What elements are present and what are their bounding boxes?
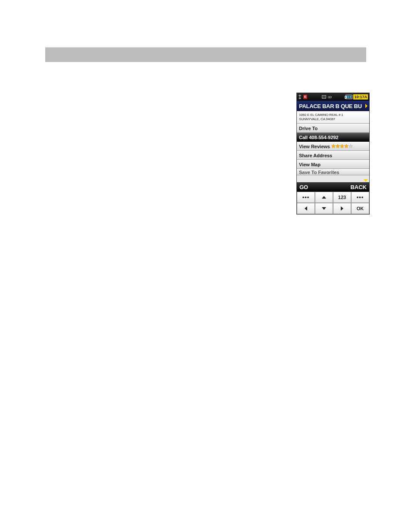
menu-save-label: Save To Favorites [299,170,339,175]
key-more-left[interactable]: ••• [297,192,315,203]
softkey-go[interactable]: GO [299,184,308,190]
address-line1: 1092 E EL CAMINO REAL # 1 [299,113,367,117]
scroll-right-icon [365,104,367,108]
softkey-bar: GO BACK [297,182,369,192]
left-arrow-icon [305,206,307,211]
menu-call-label: Call 408-554-9292 [299,135,339,140]
status-center: oo [322,95,331,99]
phone-screen: E oo 10:17A PALACE BAR B QUE BU 1092 E E… [296,93,370,215]
title-text: PALACE BAR B QUE BU [299,103,362,109]
menu-share[interactable]: Share Address [297,151,369,160]
menu-drive-to-label: Drive To [299,126,318,131]
key-right[interactable] [333,203,351,214]
menu-drive-to[interactable]: Drive To [297,124,369,133]
key-ok-label: OK [357,206,364,211]
card-icon [322,95,326,99]
star-icon: ★ [336,144,340,149]
status-right: 10:17A [346,94,368,100]
menu-reviews[interactable]: View Reviews ★ ★ ★ ★ ☆ [297,142,369,151]
keypad: ••• 123 ••• OK [297,192,369,214]
gray-banner [45,47,366,62]
scroll-down-icon [364,179,368,182]
menu-map-label: View Map [299,162,321,167]
status-left: E [298,95,307,99]
star-icon: ★ [340,144,344,149]
right-arrow-icon [341,206,343,211]
dots-icon: ••• [302,196,310,198]
address-line2: SUNNYVALE, CA 94087 [299,117,367,121]
menu-map[interactable]: View Map [297,160,369,169]
menu-reviews-label: View Reviews [299,144,330,149]
battery-icon [346,95,352,99]
clock: 10:17A [353,94,368,100]
key-more-right[interactable]: ••• [351,192,369,203]
loop-icon: oo [328,95,331,99]
dots-icon: ••• [357,196,364,198]
star-icon: ★ [344,144,349,149]
menu-share-label: Share Address [299,153,332,158]
up-arrow-icon [322,196,326,199]
content-area: 1092 E EL CAMINO REAL # 1 SUNNYVALE, CA … [297,111,369,182]
title-bar: PALACE BAR B QUE BU [297,101,369,111]
address-block: 1092 E EL CAMINO REAL # 1 SUNNYVALE, CA … [297,111,369,124]
key-left[interactable] [297,203,315,214]
star-icon: ★ [331,144,336,149]
key-123-label: 123 [338,195,346,200]
key-up[interactable] [315,192,333,203]
e-badge-icon: E [303,95,307,99]
key-down[interactable] [315,203,333,214]
menu-save[interactable]: Save To Favorites [297,169,369,175]
key-123[interactable]: 123 [333,192,351,203]
star-rating: ★ ★ ★ ★ ☆ [331,144,353,149]
down-arrow-icon [322,207,326,210]
status-bar: E oo 10:17A [297,93,369,101]
key-ok[interactable]: OK [351,203,369,214]
star-empty-icon: ☆ [349,144,353,149]
signal-icon [298,95,302,99]
menu-call[interactable]: Call 408-554-9292 [297,133,369,142]
softkey-back[interactable]: BACK [350,184,367,190]
